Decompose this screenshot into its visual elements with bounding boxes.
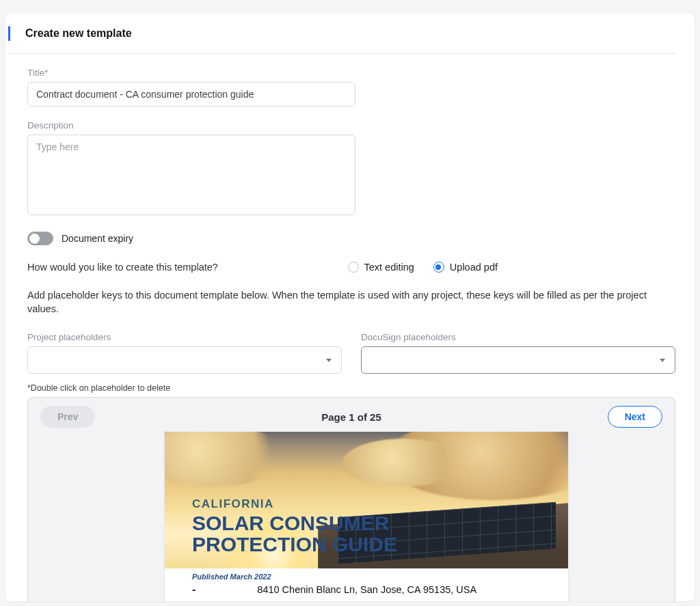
hero-subtitle: CALIFORNIA xyxy=(192,497,397,511)
helper-text: Add placeholder keys to this document te… xyxy=(27,289,675,316)
hero-title: SOLAR CONSUMER PROTECTION GUIDE xyxy=(192,512,397,555)
radio-upload-pdf[interactable]: Upload pdf xyxy=(433,262,498,273)
radio-text-editing-label: Text editing xyxy=(364,262,414,273)
page-title: Create new template xyxy=(25,27,132,40)
form-area: Title* Description Document expiry How w… xyxy=(5,54,695,601)
title-field-row: Title* xyxy=(27,68,675,107)
published-date: Published March 2022 xyxy=(192,573,541,581)
hero-image: CALIFORNIA SOLAR CONSUMER PROTECTION GUI… xyxy=(165,432,568,568)
dash: - xyxy=(192,583,196,596)
document-preview[interactable]: CALIFORNIA SOLAR CONSUMER PROTECTION GUI… xyxy=(165,432,568,601)
page-indicator: Page 1 of 25 xyxy=(321,411,381,423)
next-page-button[interactable]: Next xyxy=(608,406,662,428)
description-label: Description xyxy=(27,120,675,130)
radio-upload-pdf-label: Upload pdf xyxy=(450,262,498,273)
docusign-placeholders-col: DocuSign placeholders xyxy=(361,332,675,374)
caret-down-icon xyxy=(660,359,665,362)
docusign-placeholders-label: DocuSign placeholders xyxy=(361,332,675,342)
title-label: Title* xyxy=(27,68,675,78)
preview-header: Prev Page 1 of 25 Next xyxy=(40,406,662,428)
docusign-placeholders-select[interactable] xyxy=(361,346,675,374)
document-expiry-toggle[interactable] xyxy=(27,232,53,245)
accent-bar xyxy=(8,26,10,41)
document-expiry-label: Document expiry xyxy=(62,233,133,244)
toggle-knob xyxy=(29,234,40,244)
description-textarea[interactable] xyxy=(27,135,355,215)
title-input[interactable] xyxy=(27,82,355,107)
create-method-radio-group: Text editing Upload pdf xyxy=(348,262,498,273)
prev-page-button: Prev xyxy=(40,406,95,428)
radio-text-editing[interactable]: Text editing xyxy=(348,262,414,273)
project-placeholders-select[interactable] xyxy=(27,346,342,374)
panel-header: Create new template xyxy=(5,14,675,54)
create-template-panel: Create new template Title* Description D… xyxy=(5,14,695,601)
placeholders-row: Project placeholders DocuSign placeholde… xyxy=(27,332,675,374)
radio-icon xyxy=(348,262,359,273)
project-placeholders-label: Project placeholders xyxy=(27,332,342,342)
document-body: Published March 2022 - 8410 Chenin Blanc… xyxy=(165,568,568,601)
address-text: 8410 Chenin Blanc Ln, San Jose, CA 95135… xyxy=(257,584,476,595)
project-placeholders-col: Project placeholders xyxy=(27,332,342,374)
document-expiry-row: Document expiry xyxy=(27,232,675,245)
pdf-preview-box: Prev Page 1 of 25 Next CALIFORNIA xyxy=(27,397,675,601)
radio-icon xyxy=(433,262,444,273)
placeholder-delete-note: *Double click on placeholder to delete xyxy=(27,383,675,393)
caret-down-icon xyxy=(326,359,332,362)
create-method-row: How would you like to create this templa… xyxy=(27,262,675,273)
create-method-question: How would you like to create this templa… xyxy=(27,262,218,273)
description-field-row: Description xyxy=(27,120,675,218)
